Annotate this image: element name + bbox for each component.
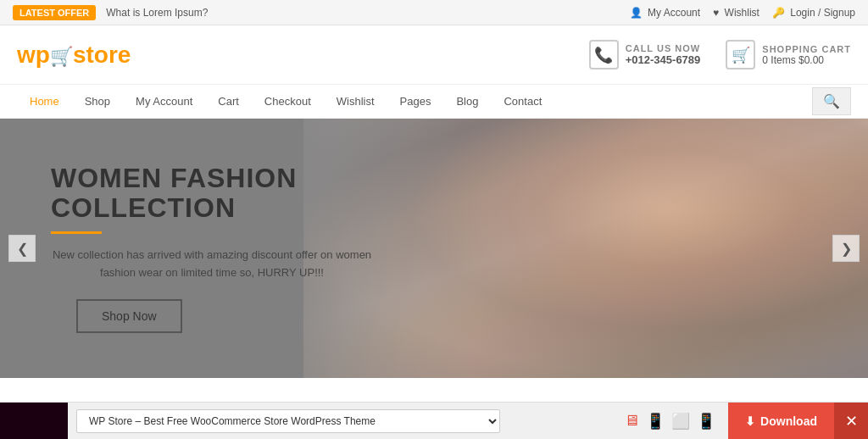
nav-home[interactable]: Home: [17, 86, 72, 116]
url-bar: WP Store – Best Free WooCommerce Store W…: [76, 409, 615, 433]
download-label: Download: [760, 414, 817, 428]
nav-blog[interactable]: Blog: [443, 86, 491, 116]
cart-label: SHOPPING CART: [762, 44, 851, 54]
nav-shop[interactable]: Shop: [72, 86, 123, 116]
nav-pages[interactable]: Pages: [387, 86, 444, 116]
url-select[interactable]: WP Store – Best Free WooCommerce Store W…: [76, 409, 500, 433]
cart-info: SHOPPING CART 0 Items $0.00: [762, 44, 851, 66]
tablet-portrait-icon[interactable]: 📱: [646, 412, 665, 431]
my-account-link[interactable]: 👤 My Account: [630, 7, 700, 19]
close-icon: ✕: [845, 412, 858, 431]
user-icon: 👤: [630, 7, 643, 19]
heart-icon: ♥: [713, 7, 719, 19]
header: wp🛒store 📞 CALL US NOW +012-345-6789 🛒 S…: [0, 25, 868, 85]
hero-slider: ❮ WOMEN FASHION COLLECTION New collectio…: [0, 119, 868, 378]
login-icon: 🔑: [772, 7, 785, 19]
nav-contact[interactable]: Contact: [491, 86, 554, 116]
nav-bar: Home Shop My Account Cart Checkout Wishl…: [0, 85, 868, 119]
news-text[interactable]: What is Lorem Ipsum?: [106, 7, 208, 19]
mobile-icon[interactable]: 📱: [697, 412, 715, 431]
logo[interactable]: wp🛒store: [17, 42, 131, 69]
top-bar-right: 👤 My Account ♥ Wishlist 🔑 Login / Signup: [630, 7, 855, 19]
nav-checkout[interactable]: Checkout: [252, 86, 324, 116]
wishlist-link[interactable]: ♥ Wishlist: [713, 7, 760, 19]
search-button[interactable]: 🔍: [812, 87, 851, 115]
close-button[interactable]: ✕: [834, 403, 868, 440]
nav-links: Home Shop My Account Cart Checkout Wishl…: [17, 86, 812, 116]
slider-next-button[interactable]: ❯: [832, 235, 860, 262]
device-icons: 🖥 📱 ⬜ 📱: [624, 412, 715, 431]
hero-content: WOMEN FASHION COLLECTION New collection …: [0, 164, 466, 333]
phone-icon: 📞: [589, 40, 619, 69]
hero-title: WOMEN FASHION COLLECTION: [51, 164, 466, 223]
desktop-icon[interactable]: 🖥: [624, 412, 639, 430]
download-icon: ⬇: [745, 414, 755, 428]
hero-subtitle: New collection has arrived with amazing …: [51, 247, 373, 282]
nav-cart[interactable]: Cart: [205, 86, 252, 116]
header-right: 📞 CALL US NOW +012-345-6789 🛒 SHOPPING C…: [589, 40, 851, 69]
cart-section[interactable]: 🛒 SHOPPING CART 0 Items $0.00: [726, 40, 851, 69]
logo-text: wp🛒store: [17, 42, 131, 69]
call-number: +012-345-6789: [626, 53, 701, 66]
tablet-landscape-icon[interactable]: ⬜: [671, 412, 690, 431]
download-button[interactable]: ⬇ Download: [728, 403, 834, 440]
login-link[interactable]: 🔑 Login / Signup: [772, 7, 855, 19]
cart-items: 0 Items $0.00: [762, 54, 851, 66]
call-us: 📞 CALL US NOW +012-345-6789: [589, 40, 701, 69]
page-thumbnail: [0, 403, 68, 440]
top-bar-left: LATEST OFFER What is Lorem Ipsum?: [13, 5, 208, 20]
call-label: CALL US NOW: [626, 43, 701, 53]
shop-now-button[interactable]: Shop Now: [76, 299, 182, 333]
hero-divider: [51, 231, 102, 234]
latest-offer-badge[interactable]: LATEST OFFER: [13, 5, 96, 20]
nav-wishlist[interactable]: Wishlist: [324, 86, 387, 116]
search-box: 🔍: [812, 87, 851, 115]
top-bar: LATEST OFFER What is Lorem Ipsum? 👤 My A…: [0, 0, 868, 25]
logo-wp: wp: [17, 42, 50, 68]
store-icon: 🛒: [50, 46, 73, 67]
call-info: CALL US NOW +012-345-6789: [626, 43, 701, 66]
logo-store: store: [73, 42, 131, 68]
slider-prev-button[interactable]: ❮: [8, 235, 36, 262]
bottom-toolbar: WP Store – Best Free WooCommerce Store W…: [0, 402, 868, 439]
cart-icon: 🛒: [726, 40, 755, 69]
nav-my-account[interactable]: My Account: [123, 86, 205, 116]
